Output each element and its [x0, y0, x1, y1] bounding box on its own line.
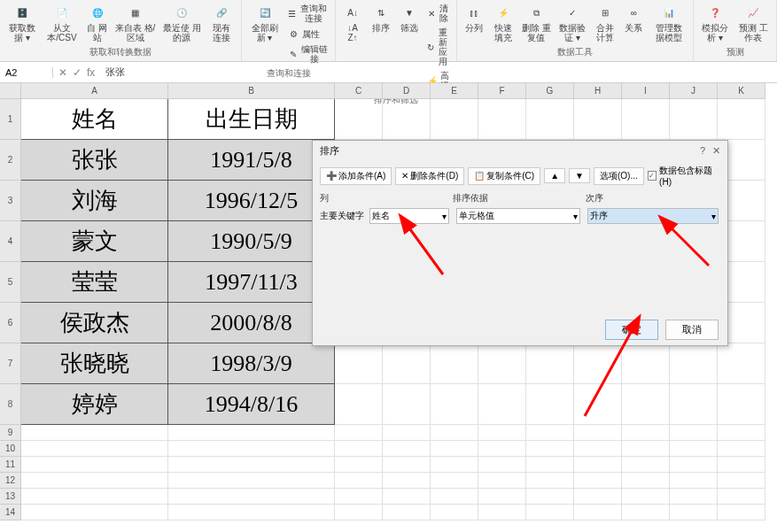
from-table-button[interactable]: ▦来自表 格/区域 — [113, 2, 159, 44]
cell[interactable] — [335, 489, 383, 505]
sort-by-select[interactable]: 姓名▾ — [369, 208, 449, 224]
from-web-button[interactable]: 🌐自 网站 — [84, 2, 111, 44]
select-all-corner[interactable] — [0, 83, 21, 99]
cancel-button[interactable]: 取消 — [665, 320, 719, 340]
cell[interactable]: 刘海 — [21, 181, 168, 221]
cell[interactable] — [335, 473, 383, 489]
col-header[interactable]: B — [168, 83, 335, 99]
cell[interactable] — [431, 99, 478, 140]
row-header[interactable]: 7 — [0, 343, 21, 384]
cell[interactable]: 1994/8/16 — [168, 384, 335, 425]
col-header[interactable]: I — [622, 83, 670, 99]
cell[interactable] — [670, 441, 718, 457]
cell[interactable] — [574, 441, 622, 457]
cell[interactable] — [168, 505, 335, 520]
properties-button[interactable]: ⚙属性 — [285, 26, 331, 42]
cell[interactable] — [718, 343, 765, 384]
cell[interactable] — [718, 441, 765, 457]
cell[interactable] — [168, 425, 335, 441]
cell[interactable] — [168, 457, 335, 473]
move-up-button[interactable]: ▲ — [544, 168, 565, 183]
ok-button[interactable]: 确定 — [605, 320, 658, 340]
cell[interactable]: 张晓晓 — [21, 343, 168, 384]
cell[interactable] — [622, 457, 670, 473]
cell[interactable] — [168, 473, 335, 489]
cell[interactable] — [383, 441, 431, 457]
cell[interactable] — [526, 505, 574, 520]
cell[interactable] — [622, 99, 670, 140]
cell[interactable] — [718, 384, 765, 425]
cell[interactable]: 姓名 — [21, 99, 168, 140]
cell[interactable] — [431, 473, 478, 489]
cell[interactable] — [622, 425, 670, 441]
cell[interactable] — [670, 489, 718, 505]
cell[interactable] — [21, 473, 168, 489]
cell[interactable] — [168, 441, 335, 457]
cell[interactable] — [431, 457, 478, 473]
cell[interactable] — [526, 457, 574, 473]
cell[interactable] — [526, 343, 574, 384]
cell[interactable] — [383, 343, 431, 384]
col-header[interactable]: K — [718, 83, 765, 99]
cell[interactable] — [574, 457, 622, 473]
cell[interactable]: 2000/8/8 — [168, 303, 335, 343]
cell[interactable] — [478, 473, 526, 489]
get-data-button[interactable]: 🗄️获取数 据 ▾ — [4, 2, 40, 44]
row-header[interactable]: 11 — [0, 457, 21, 473]
data-model-button[interactable]: 📊管理数 据模型 — [649, 2, 689, 44]
row-header[interactable]: 13 — [0, 489, 21, 505]
move-down-button[interactable]: ▼ — [569, 168, 590, 183]
existing-connections-button[interactable]: 🔗现有 连接 — [206, 2, 237, 44]
cell[interactable]: 张张 — [21, 140, 168, 181]
cell[interactable] — [383, 99, 431, 140]
cell[interactable] — [718, 457, 765, 473]
delete-level-button[interactable]: ✕删除条件(D) — [395, 167, 464, 185]
row-header[interactable]: 1 — [0, 99, 21, 140]
name-box[interactable]: A2 — [0, 67, 53, 78]
cell[interactable]: 侯政杰 — [21, 303, 168, 343]
cell[interactable] — [335, 99, 383, 140]
cell[interactable] — [478, 343, 526, 384]
fx-icon[interactable]: fx — [87, 66, 95, 79]
cell[interactable] — [670, 343, 718, 384]
cell[interactable] — [335, 441, 383, 457]
cell[interactable]: 出生日期 — [168, 99, 335, 140]
cell[interactable] — [478, 384, 526, 425]
row-header[interactable]: 9 — [0, 425, 21, 441]
cell[interactable] — [718, 425, 765, 441]
cell[interactable] — [574, 489, 622, 505]
row-header[interactable]: 4 — [0, 221, 21, 262]
close-icon[interactable]: ✕ — [712, 145, 720, 157]
cell[interactable] — [383, 489, 431, 505]
cell[interactable] — [383, 457, 431, 473]
sort-on-select[interactable]: 单元格值▾ — [456, 208, 580, 224]
cell[interactable] — [21, 457, 168, 473]
data-validation-button[interactable]: ✓数据验 证 ▾ — [556, 2, 589, 44]
cell[interactable] — [335, 425, 383, 441]
cell[interactable] — [431, 425, 478, 441]
cell[interactable] — [526, 473, 574, 489]
cell[interactable]: 莹莹 — [21, 262, 168, 303]
cell[interactable] — [431, 384, 478, 425]
cell[interactable]: 1991/5/8 — [168, 140, 335, 181]
cell[interactable]: 1996/12/5 — [168, 181, 335, 221]
formula-input[interactable]: 张张 — [100, 66, 777, 79]
cell[interactable] — [478, 441, 526, 457]
cell[interactable] — [718, 473, 765, 489]
cell[interactable] — [622, 343, 670, 384]
row-header[interactable]: 2 — [0, 140, 21, 181]
cell[interactable] — [718, 489, 765, 505]
refresh-all-button[interactable]: 🔄全部刷 新 ▾ — [245, 2, 284, 66]
cell[interactable] — [478, 457, 526, 473]
cell[interactable] — [478, 489, 526, 505]
cell[interactable] — [574, 343, 622, 384]
remove-duplicates-button[interactable]: ⧉删除 重复值 — [518, 2, 553, 44]
cell[interactable] — [478, 425, 526, 441]
options-button[interactable]: 选项(O)... — [594, 167, 644, 185]
flash-fill-button[interactable]: ⚡快速填充 — [489, 2, 517, 44]
col-header[interactable]: H — [574, 83, 622, 99]
col-header[interactable]: F — [478, 83, 526, 99]
cell[interactable] — [526, 425, 574, 441]
from-csv-button[interactable]: 📄从文 本/CSV — [42, 2, 82, 44]
cell[interactable] — [670, 457, 718, 473]
